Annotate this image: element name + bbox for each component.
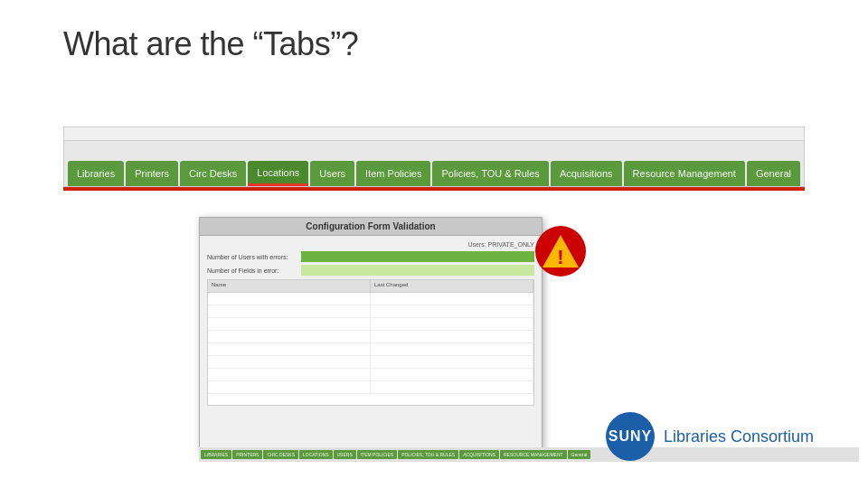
- cell-changed: [371, 305, 533, 317]
- config-modal: Configuration Form Validation Users: PRI…: [199, 217, 542, 452]
- cell-changed: [371, 381, 533, 393]
- cell-changed: [371, 369, 533, 380]
- cell-changed: [371, 318, 533, 330]
- svg-text:!: !: [557, 246, 563, 268]
- field-input-1: [301, 251, 534, 262]
- tab-general[interactable]: General: [747, 161, 800, 186]
- bottom-tab-general[interactable]: General: [568, 450, 591, 459]
- tab-acquisitions[interactable]: Acquisitions: [551, 161, 622, 186]
- table-row: [208, 305, 533, 318]
- cell-name: [208, 293, 371, 305]
- suny-circle: SUNY: [606, 412, 655, 461]
- cell-name: [208, 343, 371, 355]
- config-table-header: Name Last Changed: [208, 280, 533, 293]
- config-fields: Number of Users with errors: Number of F…: [207, 251, 534, 276]
- bottom-tab-resource-management[interactable]: RESOURCE MANAGEMENT: [500, 450, 567, 459]
- field-label-1: Number of Users with errors:: [207, 254, 297, 260]
- suny-logo: SUNY Libraries Consortium: [606, 412, 814, 461]
- config-modal-title: Configuration Form Validation: [200, 218, 542, 236]
- table-row: [208, 318, 533, 331]
- config-modal-body: Users: PRIVATE_ONLY Number of Users with…: [200, 236, 542, 449]
- page-title: What are the “Tabs”?: [63, 25, 358, 63]
- cell-name: [208, 356, 371, 368]
- bottom-tab-policies--tou---rules[interactable]: POLICIES, TOU & RULES: [398, 450, 458, 459]
- warning-icon: !: [533, 224, 588, 278]
- tab-circ-desks[interactable]: Circ Desks: [180, 161, 246, 186]
- cell-changed: [371, 343, 533, 355]
- bottom-tab-libraries[interactable]: LIBRARIES: [201, 450, 231, 459]
- cell-name: [208, 318, 371, 330]
- tab-users[interactable]: Users: [310, 161, 354, 186]
- bottom-tab-locations[interactable]: LOCATIONS: [299, 450, 333, 459]
- bottom-tab-item-policies[interactable]: ITEM POLICIES: [357, 450, 397, 459]
- config-table: Name Last Changed: [207, 279, 534, 406]
- suny-tagline: Libraries Consortium: [664, 427, 814, 446]
- tab-policies--tou---rules[interactable]: Policies, TOU & Rules: [432, 161, 548, 186]
- cell-changed: [371, 293, 533, 305]
- config-field-row-2: Number of Fields in error:: [207, 265, 534, 276]
- bottom-tab-users[interactable]: USERS: [334, 450, 356, 459]
- bottom-tab-acquisitions[interactable]: ACQUISITIONS: [459, 450, 499, 459]
- bottom-tab-printers[interactable]: PRINTERS: [232, 450, 262, 459]
- tab-item-policies[interactable]: Item Policies: [356, 161, 430, 186]
- table-row: [208, 356, 533, 369]
- cell-name: [208, 381, 371, 393]
- tab-bar: LibrariesPrintersCirc DesksLocationsUser…: [63, 140, 805, 187]
- cell-changed: [371, 331, 533, 343]
- cell-changed: [371, 356, 533, 368]
- tab-printers[interactable]: Printers: [126, 161, 178, 186]
- config-field-row-1: Number of Users with errors:: [207, 251, 534, 262]
- table-row: [208, 343, 533, 356]
- field-label-2: Number of Fields in error:: [207, 267, 297, 274]
- table-row: [208, 369, 533, 381]
- config-user-label: Users: PRIVATE_ONLY: [467, 241, 534, 248]
- tab-resource-management[interactable]: Resource Management: [624, 161, 745, 186]
- bottom-tab-circ-desks[interactable]: CIRC DESKS: [263, 450, 298, 459]
- table-row: [208, 331, 533, 343]
- cell-name: [208, 305, 371, 317]
- col-name: Name: [208, 280, 371, 292]
- tab-locations[interactable]: Locations: [248, 161, 308, 186]
- table-row: [208, 381, 533, 394]
- tab-libraries[interactable]: Libraries: [68, 161, 124, 186]
- config-table-rows: [208, 293, 533, 394]
- cell-name: [208, 369, 371, 380]
- warning-icon-container: !: [533, 224, 588, 278]
- col-changed: Last Changed: [371, 280, 533, 292]
- field-input-2: [301, 265, 534, 276]
- tab-red-bar: [63, 187, 805, 191]
- cell-name: [208, 331, 371, 343]
- table-row: [208, 293, 533, 305]
